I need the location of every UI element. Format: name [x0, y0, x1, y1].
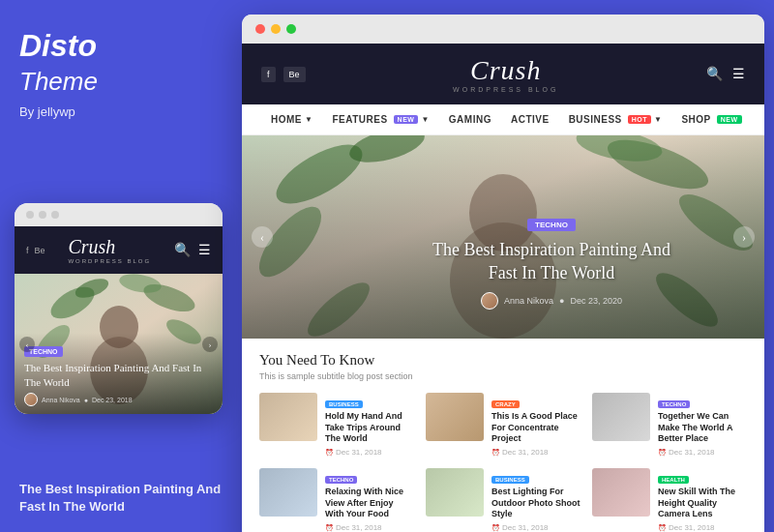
- nav-business-badge: HOT: [628, 115, 651, 124]
- card-thumbnail: [259, 393, 317, 441]
- card-info: TECHNO Relaxing With Nice View After Enj…: [325, 468, 414, 532]
- phone-fb-icon[interactable]: f: [26, 246, 29, 255]
- hero-author-avatar: [481, 292, 498, 310]
- theme-name: Disto Theme: [19, 29, 218, 97]
- site-search-icon[interactable]: 🔍: [706, 66, 723, 82]
- phone-post-date: Dec 23, 2018: [92, 397, 133, 403]
- phone-be-icon[interactable]: Be: [35, 246, 45, 255]
- nav-business-chevron: ▼: [654, 115, 662, 124]
- browser-dot-red[interactable]: [255, 24, 265, 34]
- browser-dot-yellow[interactable]: [271, 24, 281, 34]
- card-thumbnail: [592, 393, 650, 441]
- phone-social-icons: f Be: [26, 246, 45, 255]
- hero-next-arrow[interactable]: ›: [733, 226, 755, 248]
- nav-business[interactable]: BUSINESS HOT ▼: [559, 104, 672, 134]
- card-info: HEALTH New Skill With The Height Quality…: [658, 468, 747, 532]
- card-info: CRAZY This Is A Good Place For Concentra…: [491, 393, 580, 457]
- be-social-btn[interactable]: Be: [283, 67, 306, 82]
- card-thumbnail: [426, 468, 484, 517]
- card-tag: HEALTH: [658, 476, 689, 484]
- hero-title: The Best Inspiration Painting And Fast I…: [416, 239, 687, 284]
- phone-mockup: f Be Crush WORDPRESS BLOG 🔍 ☰: [15, 203, 223, 414]
- hero-author: Anna Nikova: [504, 296, 553, 306]
- ti-world-label: The Best Inspiration Painting And Fast I…: [19, 480, 237, 515]
- card-title: New Skill With The Height Quality Camera…: [658, 487, 747, 520]
- card-title: Best Lighting For Outdoor Photo Shoot St…: [491, 487, 580, 520]
- card-tag: CRAZY: [491, 400, 520, 408]
- hero-content: TECHNO The Best Inspiration Painting And…: [416, 214, 687, 310]
- section-subtitle: This is sample subtitle blog post sectio…: [259, 371, 747, 381]
- phone-hero-meta: Anna Nikova ● Dec 23, 2018: [24, 393, 213, 406]
- phone-header: f Be Crush WORDPRESS BLOG 🔍 ☰: [15, 226, 223, 274]
- card-title: Together We Can Make The World A Better …: [658, 411, 747, 445]
- card-item[interactable]: BUSINESS Best Lighting For Outdoor Photo…: [426, 468, 580, 532]
- phone-logo: Crush: [68, 236, 151, 258]
- left-panel: Disto Theme By jellywp f Be Crush WORDPR…: [0, 0, 237, 532]
- cards-section: You Need To Know This is sample subtitle…: [242, 339, 764, 532]
- phone-arrows: ‹ ›: [15, 337, 223, 352]
- card-info: BUSINESS Best Lighting For Outdoor Photo…: [491, 468, 580, 532]
- card-date: Dec 31, 2018: [491, 448, 580, 457]
- browser-topbar: [242, 15, 764, 44]
- card-item[interactable]: CRAZY This Is A Good Place For Concentra…: [426, 393, 580, 457]
- phone-logo-sub: WORDPRESS BLOG: [68, 258, 151, 264]
- site-header: f Be Crush WORDPRESS BLOG 🔍 ☰: [242, 44, 764, 104]
- fb-social-btn[interactable]: f: [261, 67, 276, 82]
- nav-gaming[interactable]: GAMING: [439, 104, 501, 134]
- card-tag: BUSINESS: [325, 400, 363, 408]
- site-menu-icon[interactable]: ☰: [732, 66, 745, 82]
- site-social-icons: f Be: [261, 67, 306, 82]
- card-date: Dec 31, 2018: [325, 523, 414, 532]
- site-hero: TECHNO The Best Inspiration Painting And…: [242, 135, 764, 339]
- site-nav: HOME ▼ FEATURES NEW ▼ GAMING ACTIVE BUSI…: [242, 104, 764, 135]
- nav-shop[interactable]: SHOP NEW: [671, 104, 751, 134]
- theme-title: Disto Theme By jellywp: [19, 29, 218, 119]
- card-item[interactable]: BUSINESS Hold My Hand And Take Trips Aro…: [259, 393, 414, 457]
- phone-logo-area: Crush WORDPRESS BLOG: [68, 236, 151, 264]
- card-tag: BUSINESS: [491, 476, 529, 484]
- phone-hero-title: The Best Inspiration Painting And Fast I…: [24, 361, 213, 389]
- phone-next-arrow[interactable]: ›: [202, 337, 218, 352]
- card-title: This Is A Good Place For Concentrate Pro…: [491, 411, 580, 445]
- card-title: Hold My Hand And Take Trips Around The W…: [325, 411, 414, 445]
- card-item[interactable]: HEALTH New Skill With The Height Quality…: [592, 468, 747, 532]
- theme-subtitle-word: Theme: [19, 67, 98, 96]
- card-thumbnail: [259, 468, 317, 517]
- phone-dot-2: [39, 211, 46, 219]
- phone-hero: TECHNO The Best Inspiration Painting And…: [15, 274, 223, 414]
- site-logo: Crush: [453, 55, 558, 86]
- phone-date: ●: [84, 397, 88, 403]
- cards-grid: BUSINESS Hold My Hand And Take Trips Aro…: [259, 393, 747, 532]
- nav-home[interactable]: HOME ▼: [261, 104, 322, 134]
- phone-dot-1: [26, 211, 34, 219]
- card-title: Relaxing With Nice View After Enjoy With…: [325, 487, 414, 520]
- site-logo-sub: WORDPRESS BLOG: [453, 86, 558, 93]
- card-tag: TECHNO: [658, 400, 690, 408]
- phone-menu-icon[interactable]: ☰: [198, 242, 211, 258]
- site-header-icons: 🔍 ☰: [706, 66, 745, 82]
- card-item[interactable]: TECHNO Together We Can Make The World A …: [592, 393, 747, 457]
- hero-dot: ●: [559, 296, 564, 306]
- hero-meta: Anna Nikova ● Dec 23, 2020: [416, 292, 687, 310]
- browser-dot-green[interactable]: [286, 24, 296, 34]
- nav-active[interactable]: ACTIVE: [501, 104, 559, 134]
- nav-features-badge: NEW: [394, 115, 419, 124]
- section-title: You Need To Know: [259, 352, 747, 369]
- card-item[interactable]: TECHNO Relaxing With Nice View After Enj…: [259, 468, 414, 532]
- card-date: Dec 31, 2018: [325, 448, 414, 457]
- card-info: BUSINESS Hold My Hand And Take Trips Aro…: [325, 393, 414, 457]
- hero-tag: TECHNO: [527, 219, 576, 231]
- card-date: Dec 31, 2018: [491, 523, 580, 532]
- site-logo-area: Crush WORDPRESS BLOG: [453, 55, 558, 93]
- browser-mockup: f Be Crush WORDPRESS BLOG 🔍 ☰ HOME ▼ FEA…: [242, 15, 764, 532]
- phone-author-name: Anna Nikova: [42, 397, 80, 403]
- phone-prev-arrow[interactable]: ‹: [19, 337, 35, 352]
- card-info: TECHNO Together We Can Make The World A …: [658, 393, 747, 457]
- hero-prev-arrow[interactable]: ‹: [252, 226, 273, 248]
- phone-dots-bar: [15, 203, 223, 226]
- phone-search-icon[interactable]: 🔍: [174, 242, 191, 258]
- author-credit: By jellywp: [19, 104, 218, 119]
- phone-author-avatar: [24, 393, 38, 406]
- card-tag: TECHNO: [325, 476, 357, 484]
- nav-features[interactable]: FEATURES NEW ▼: [322, 104, 438, 134]
